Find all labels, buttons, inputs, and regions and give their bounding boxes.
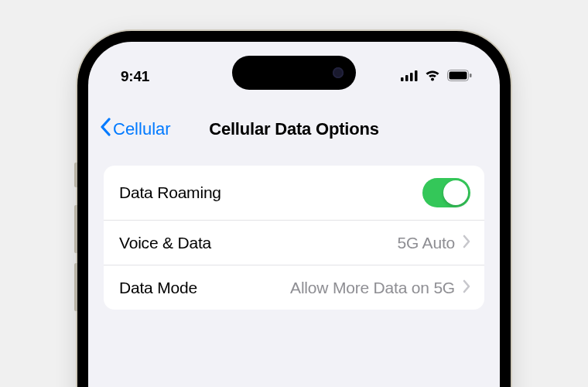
row-label: Data Roaming	[119, 183, 221, 202]
row-label: Data Mode	[119, 279, 197, 297]
back-button[interactable]: Cellular	[99, 118, 171, 141]
svg-rect-1	[405, 75, 409, 81]
canvas: 9:41 Cel	[0, 0, 588, 387]
phone-frame: 9:41 Cel	[77, 31, 511, 387]
row-value: Allow More Data on 5G	[290, 279, 455, 297]
settings-list: Data Roaming Voice & Data 5G Auto	[104, 166, 484, 310]
back-button-label: Cellular	[113, 119, 171, 139]
row-right: 5G Auto	[398, 234, 471, 252]
cellular-signal-icon	[401, 68, 418, 85]
row-data-roaming[interactable]: Data Roaming	[104, 166, 484, 220]
front-camera	[333, 67, 344, 78]
row-label: Voice & Data	[119, 234, 211, 252]
svg-rect-0	[401, 77, 404, 81]
svg-rect-6	[470, 74, 472, 77]
dynamic-island	[232, 56, 356, 90]
chevron-right-icon	[463, 235, 470, 252]
volume-up-button	[74, 205, 77, 253]
data-roaming-toggle[interactable]	[422, 178, 470, 207]
svg-rect-5	[450, 72, 467, 80]
volume-down-button	[74, 263, 77, 311]
row-value: 5G Auto	[398, 234, 456, 252]
battery-icon	[447, 68, 472, 85]
row-voice-and-data[interactable]: Voice & Data 5G Auto	[104, 220, 484, 265]
chevron-right-icon	[463, 279, 470, 296]
row-data-mode[interactable]: Data Mode Allow More Data on 5G	[104, 265, 484, 310]
status-icons	[401, 68, 472, 85]
wifi-icon	[424, 68, 441, 85]
chevron-left-icon	[99, 118, 113, 141]
nav-bar: Cellular Cellular Data Options	[88, 107, 500, 138]
row-right: Allow More Data on 5G	[290, 279, 470, 297]
toggle-knob	[443, 180, 468, 205]
svg-rect-2	[410, 73, 413, 81]
screen: 9:41 Cel	[88, 42, 500, 387]
mute-switch	[74, 163, 77, 187]
svg-rect-3	[415, 70, 418, 81]
status-time: 9:41	[121, 68, 149, 85]
